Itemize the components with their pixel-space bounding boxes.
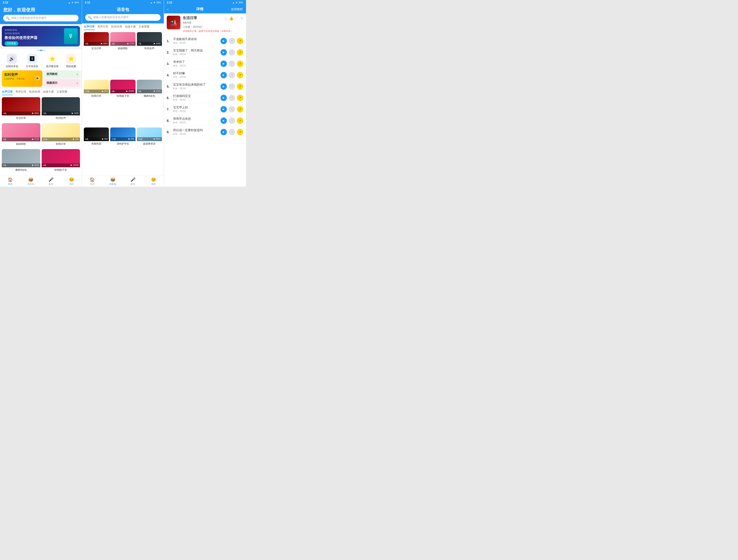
play-button-8[interactable]: ▶: [221, 117, 227, 124]
track-name-2: 宝宝我困了，明天再说: [173, 48, 219, 53]
share-button-3[interactable]: ↗: [237, 61, 243, 67]
like-button-5[interactable]: ♡: [229, 83, 235, 90]
tutorial-label: 使用教程: [46, 72, 57, 76]
vp-card-count-1: 5条: [112, 42, 115, 45]
nav-home-vp[interactable]: 🏠 首页: [82, 177, 102, 186]
like-button-6[interactable]: ♡: [229, 95, 235, 101]
quick-icon-tts[interactable]: 🅰 文字转语音: [26, 54, 38, 68]
list-item[interactable]: 5条 ▶ 1715 姐姐唱歌: [2, 123, 40, 148]
tab-vp-1[interactable]: 男声日常: [97, 23, 108, 30]
list-item[interactable]: 6条 ▶ 469 有御有甜: [84, 127, 109, 174]
nav-mine-vp[interactable]: 😊 我的: [143, 177, 164, 186]
nav-dubbing-vp[interactable]: 🎤 配音: [123, 177, 143, 186]
vp-card-count-3: 13条: [85, 90, 89, 93]
tab-home-4[interactable]: 王者荣耀: [56, 89, 67, 95]
heart-icon[interactable]: ♡: [235, 16, 239, 20]
like-button-4[interactable]: ♡: [229, 72, 235, 78]
share-button-2[interactable]: ↗: [237, 49, 243, 56]
nav-dubbing[interactable]: 🎤 配音: [41, 177, 61, 186]
share-button-7[interactable]: ↗: [237, 106, 243, 112]
nav-voice-pack[interactable]: 📦 语音包: [20, 177, 41, 186]
tutorial-link[interactable]: 使用教程: [231, 7, 243, 11]
home-banner[interactable]: 录/制/语/音/包 实/时/任/意/变/声 教你如何使用变声器 立即查看 🎙: [2, 26, 80, 46]
like-button-9[interactable]: ♡: [229, 129, 235, 135]
play-button-7[interactable]: ▶: [221, 106, 227, 112]
list-item[interactable]: 7条 ▶ 4495 吃鸡女声: [137, 32, 162, 78]
play-button-2[interactable]: ▶: [221, 49, 227, 56]
warning-icon[interactable]: △: [224, 16, 227, 20]
list-item[interactable]: 13条 ▶ 456 软萌日常: [42, 123, 80, 148]
vp-card-overlay-6: 6条 ▶ 469: [84, 137, 109, 141]
wifi-icon-detail: ▼: [236, 1, 238, 4]
play-button-6[interactable]: ▶: [221, 95, 227, 101]
like-button-1[interactable]: ♡: [229, 38, 235, 44]
track-dur-3: 时长：00:03: [173, 64, 219, 67]
track-num-7: 7.: [167, 107, 171, 111]
list-item[interactable]: 9条 ▶ 4694 生活日常: [2, 97, 40, 122]
video-arrow: ›: [77, 81, 78, 85]
track-info-1: 不道歉就不原谅你 时长：00:03: [173, 37, 219, 45]
list-item[interactable]: 17条 ▶ 694 清纯驴学生: [110, 127, 135, 174]
like-button-7[interactable]: ♡: [229, 106, 235, 112]
track-name-7: 宝宝早上好: [173, 105, 219, 109]
track-name-8: 乖乖早点休息: [173, 117, 219, 121]
nav-mine[interactable]: 😊 我的: [61, 177, 82, 186]
tab-vp-3[interactable]: 动漫卡通: [125, 23, 136, 30]
home-search-bar[interactable]: 🔍 请输入您要找的语音包关键字: [3, 15, 79, 21]
list-item[interactable]: 9条 ▶ 4694 生活日常: [84, 32, 109, 78]
vp-card-img-2: 7条 ▶ 4495: [137, 32, 162, 46]
tab-vp-0[interactable]: 女声日常: [84, 23, 95, 30]
pack-count: 9条内容: [183, 21, 203, 24]
like-button-2[interactable]: ♡: [229, 49, 235, 56]
tab-home-0[interactable]: 女声日常: [2, 89, 13, 95]
nav-home[interactable]: 🏠 首页: [0, 177, 20, 186]
list-item[interactable]: 6条 ▶ 18598 软萌妹子音: [110, 80, 135, 126]
quick-icon-custom[interactable]: 🔊 自制语音包: [6, 54, 18, 68]
back-button[interactable]: ‹: [167, 7, 168, 12]
share-button-6[interactable]: ↗: [237, 95, 243, 101]
share-button-4[interactable]: ↗: [237, 72, 243, 78]
signal-icon: ▲: [68, 1, 70, 4]
list-item[interactable]: 19条 ▶ 8603 超甜萝莉音: [137, 127, 162, 174]
refresh-icon[interactable]: ↻: [240, 16, 243, 20]
dot-2: [39, 50, 43, 51]
play-button-3[interactable]: ▶: [221, 61, 227, 67]
list-item[interactable]: 13条 ▶ 456 软萌日常: [84, 80, 109, 126]
share-button-1[interactable]: ↗: [237, 38, 243, 44]
list-item[interactable]: 8条 ▶ 4225 撒娇8连包: [137, 80, 162, 126]
track-controls-7: ▶ ♡ ↗: [221, 106, 243, 112]
nav-voice-pack-vp[interactable]: 📦 语音包: [102, 177, 123, 186]
video-card[interactable]: 视频演示 ›: [44, 79, 80, 87]
share-button-5[interactable]: ↗: [237, 83, 243, 90]
tab-vp-4[interactable]: 王者荣耀: [138, 23, 149, 30]
share-button-8[interactable]: ↗: [237, 117, 243, 124]
vp-search-placeholder: 请输入您要找的语音包关键字: [93, 15, 129, 19]
tab-vp-2[interactable]: 吃鸡专用: [111, 23, 122, 30]
quick-icon-float[interactable]: ⭐ 悬浮窗设置: [46, 54, 58, 68]
realtime-voice-card[interactable]: 实时变声 让你的声音，千变万化 ▶: [2, 70, 42, 87]
home-bottom-nav: 🏠 首页 📦 语音包 🎤 配音 😊 我的: [0, 175, 82, 187]
tab-home-3[interactable]: 动漫卡通: [43, 89, 54, 95]
play-button-1[interactable]: ▶: [221, 38, 227, 44]
tutorial-card[interactable]: 使用教程 ›: [44, 70, 80, 78]
like-button-3[interactable]: ♡: [229, 61, 235, 67]
banner-btn[interactable]: 立即查看: [5, 41, 18, 46]
play-button-9[interactable]: ▶: [221, 129, 227, 135]
tab-home-1[interactable]: 男声日常: [15, 89, 26, 95]
custom-voice-label: 自制语音包: [6, 65, 18, 68]
list-item[interactable]: 6条 ▶ 18598 软萌妹子音: [42, 149, 80, 174]
vp-card-count-8: 19条: [138, 138, 142, 141]
vp-card-label-4: 软萌妹子音: [110, 93, 135, 98]
share-button-9[interactable]: ↗: [237, 129, 243, 135]
list-item[interactable]: 7条 ▶ 4495 吃鸡女声: [42, 97, 80, 122]
thumb-up-icon[interactable]: 👍: [229, 16, 234, 20]
vp-search-bar[interactable]: 🔍 请输入您要找的语音包关键字: [85, 14, 160, 21]
tab-home-2[interactable]: 吃鸡专用: [29, 89, 40, 95]
play-button-4[interactable]: ▶: [221, 72, 227, 78]
list-item[interactable]: 8条 ▶ 4225 撒娇8连包: [2, 149, 40, 174]
play-button-5[interactable]: ▶: [221, 83, 227, 90]
track-num-3: 3.: [167, 62, 171, 66]
like-button-8[interactable]: ♡: [229, 117, 235, 124]
quick-icon-fav[interactable]: ⭐ 我的收藏: [66, 54, 76, 68]
list-item[interactable]: 5条 ▶ 1715 姐姐唱歌: [110, 32, 135, 78]
